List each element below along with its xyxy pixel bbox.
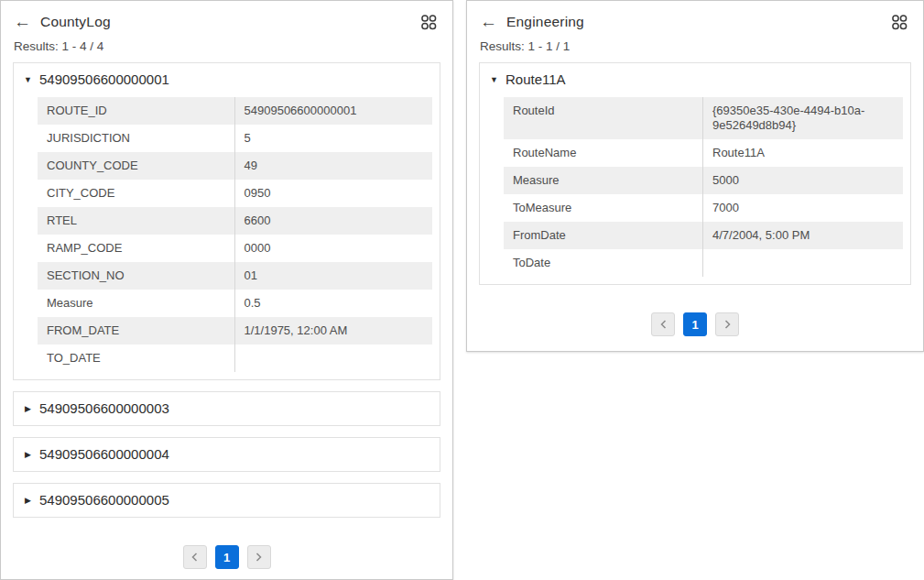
field-value: 4/7/2004, 5:00 PM (703, 222, 903, 249)
field-label: FROM_DATE (38, 317, 235, 345)
field-label: RouteId (504, 97, 703, 139)
table-row: RouteId {69350e35-430e-4494-b10a-9e52649… (504, 97, 903, 139)
field-value: 5000 (703, 167, 903, 194)
feature-card: ▼ 54909506600000001 ROUTE_ID 54909506600… (13, 62, 440, 380)
feature-toggle[interactable]: ▶ 54909506600000003 (14, 392, 440, 425)
table-row: RAMP_CODE 0000 (38, 235, 432, 262)
field-value: 0.5 (235, 290, 433, 317)
table-row: CITY_CODE 0950 (38, 180, 432, 207)
results-count: Results: 1 - 1 / 1 (480, 39, 908, 53)
panel-header: ← Engineering Results: 1 - 1 / 1 (467, 1, 923, 53)
field-label: FromDate (504, 222, 703, 249)
field-label: RTEL (38, 207, 235, 235)
attribute-table: ROUTE_ID 54909506600000001 JURISDICTION … (38, 97, 432, 372)
title-row: ← Engineering (480, 13, 908, 31)
page-title: CountyLog (40, 14, 111, 30)
table-row: ToMeasure 7000 (504, 194, 903, 222)
dock-actions-button[interactable] (419, 13, 438, 31)
results-count: Results: 1 - 4 / 4 (14, 39, 438, 53)
next-page-button[interactable] (247, 545, 271, 569)
field-value: 5 (235, 125, 433, 152)
feature-title: Route11A (505, 71, 566, 88)
caret-icon: ▶ (23, 403, 33, 414)
feature-toggle[interactable]: ▼ 54909506600000001 (14, 63, 440, 96)
feature-title: 54909506600000005 (39, 492, 169, 509)
field-label: TO_DATE (38, 345, 235, 372)
field-value: 49 (235, 152, 433, 180)
attribute-table: RouteId {69350e35-430e-4494-b10a-9e52649… (504, 97, 903, 277)
current-page-button[interactable]: 1 (215, 545, 239, 569)
field-value (235, 345, 433, 372)
grid-of-circles-icon (890, 13, 908, 31)
table-row: ROUTE_ID 54909506600000001 (38, 97, 432, 125)
table-row: Measure 5000 (504, 167, 903, 194)
field-label: CITY_CODE (38, 180, 235, 207)
field-value: 01 (235, 262, 433, 290)
feature-toggle[interactable]: ▼ Route11A (480, 63, 910, 96)
field-value: {69350e35-430e-4494-b10a-9e52649d8b94} (703, 97, 903, 139)
table-row: RTEL 6600 (38, 207, 432, 235)
back-button[interactable]: ← (480, 14, 497, 30)
feature-title: 54909506600000003 (39, 400, 169, 417)
feature-list: ▼ Route11A RouteId {69350e35-430e-4494-b… (467, 53, 923, 285)
field-label: RAMP_CODE (38, 235, 235, 262)
pagination: 1 (467, 312, 923, 336)
features-panel-countylog: ← CountyLog Results: 1 - 4 / 4 ▼ 5490950… (0, 0, 453, 580)
chevron-right-icon (723, 319, 732, 330)
feature-card: ▶ 54909506600000005 (13, 483, 440, 518)
field-label: Measure (38, 290, 235, 317)
pagination: 1 (1, 545, 452, 569)
dock-actions-button[interactable] (890, 13, 908, 31)
field-value: 7000 (703, 194, 903, 222)
table-row: TO_DATE (38, 345, 432, 372)
caret-icon: ▶ (23, 495, 33, 506)
table-row: FROM_DATE 1/1/1975, 12:00 AM (38, 317, 432, 345)
caret-icon: ▶ (23, 449, 33, 460)
table-row: RouteName Route11A (504, 139, 903, 167)
field-label: ROUTE_ID (38, 97, 235, 125)
next-page-button[interactable] (715, 312, 739, 336)
features-panel-engineering: ← Engineering Results: 1 - 1 / 1 ▼ Route… (466, 0, 924, 352)
feature-toggle[interactable]: ▶ 54909506600000005 (14, 484, 440, 517)
field-label: COUNTY_CODE (38, 152, 235, 180)
chevron-left-icon (659, 319, 668, 330)
title-row: ← CountyLog (14, 13, 438, 31)
field-value: 6600 (235, 207, 433, 235)
feature-list: ▼ 54909506600000001 ROUTE_ID 54909506600… (1, 53, 452, 518)
arrow-left-icon: ← (14, 14, 31, 30)
field-label: RouteName (504, 139, 703, 167)
field-label: SECTION_NO (38, 262, 235, 290)
chevron-left-icon (190, 552, 199, 563)
table-row: SECTION_NO 01 (38, 262, 432, 290)
field-label: Measure (504, 167, 703, 194)
field-label: ToMeasure (504, 194, 703, 222)
page-title: Engineering (506, 14, 584, 30)
feature-card: ▶ 54909506600000003 (13, 391, 440, 426)
table-row: FromDate 4/7/2004, 5:00 PM (504, 222, 903, 249)
feature-title: 54909506600000004 (39, 446, 169, 463)
table-row: COUNTY_CODE 49 (38, 152, 432, 180)
caret-icon: ▼ (489, 74, 499, 85)
field-value: 0000 (235, 235, 433, 262)
caret-icon: ▼ (23, 74, 33, 85)
grid-of-circles-icon (419, 13, 438, 31)
table-row: Measure 0.5 (38, 290, 432, 317)
field-value (703, 249, 903, 277)
chevron-right-icon (255, 552, 263, 563)
field-value: 1/1/1975, 12:00 AM (235, 317, 433, 345)
current-page-button[interactable]: 1 (683, 312, 707, 336)
field-value: 54909506600000001 (235, 97, 433, 125)
feature-card: ▼ Route11A RouteId {69350e35-430e-4494-b… (479, 62, 911, 285)
table-row: ToDate (504, 249, 903, 277)
field-label: JURISDICTION (38, 125, 235, 152)
feature-card: ▶ 54909506600000004 (13, 437, 440, 472)
panel-header: ← CountyLog Results: 1 - 4 / 4 (1, 1, 452, 53)
field-value: Route11A (703, 139, 903, 167)
previous-page-button[interactable] (651, 312, 675, 336)
back-button[interactable]: ← (14, 14, 31, 30)
feature-title: 54909506600000001 (39, 71, 169, 88)
table-row: JURISDICTION 5 (38, 125, 432, 152)
field-label: ToDate (504, 249, 703, 277)
previous-page-button[interactable] (183, 545, 207, 569)
feature-toggle[interactable]: ▶ 54909506600000004 (14, 438, 440, 471)
